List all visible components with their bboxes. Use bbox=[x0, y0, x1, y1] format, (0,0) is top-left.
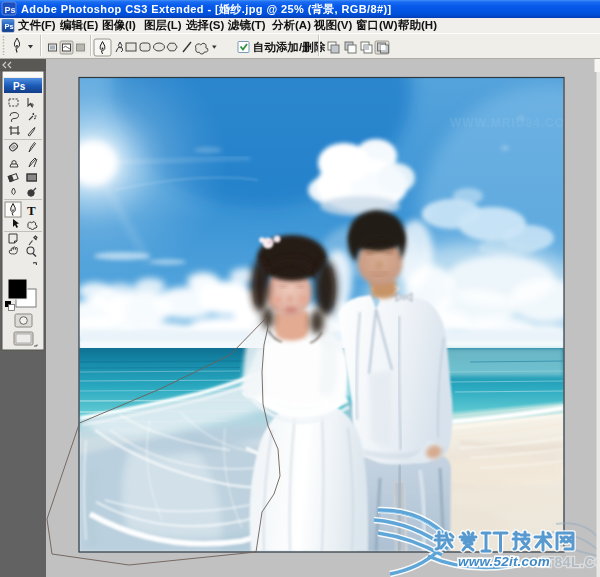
svg-text:Ps: Ps bbox=[13, 81, 26, 92]
svg-text:Ps: Ps bbox=[5, 22, 14, 31]
svg-text:T: T bbox=[27, 203, 36, 218]
svg-text:视图(V): 视图(V) bbox=[313, 19, 353, 31]
svg-text:Ps: Ps bbox=[5, 5, 16, 15]
svg-text:选择(S): 选择(S) bbox=[185, 19, 225, 31]
svg-text:滤镜(T): 滤镜(T) bbox=[227, 19, 266, 31]
svg-text:www.52it.com: www.52it.com bbox=[458, 554, 550, 569]
svg-text:图像(I): 图像(I) bbox=[102, 19, 136, 31]
svg-text:分析(A): 分析(A) bbox=[271, 19, 311, 31]
svg-text:图层(L): 图层(L) bbox=[144, 19, 182, 31]
svg-text:文件(F): 文件(F) bbox=[18, 19, 56, 31]
svg-text:Adobe Photoshop CS3 Extended -: Adobe Photoshop CS3 Extended - [婚纱.jpg @… bbox=[21, 3, 392, 15]
svg-text:自动添加/删除: 自动添加/删除 bbox=[253, 41, 326, 53]
svg-text:帮助(H): 帮助(H) bbox=[397, 19, 437, 31]
svg-text:窗口(W): 窗口(W) bbox=[356, 18, 398, 31]
svg-text:编辑(E): 编辑(E) bbox=[59, 19, 99, 31]
